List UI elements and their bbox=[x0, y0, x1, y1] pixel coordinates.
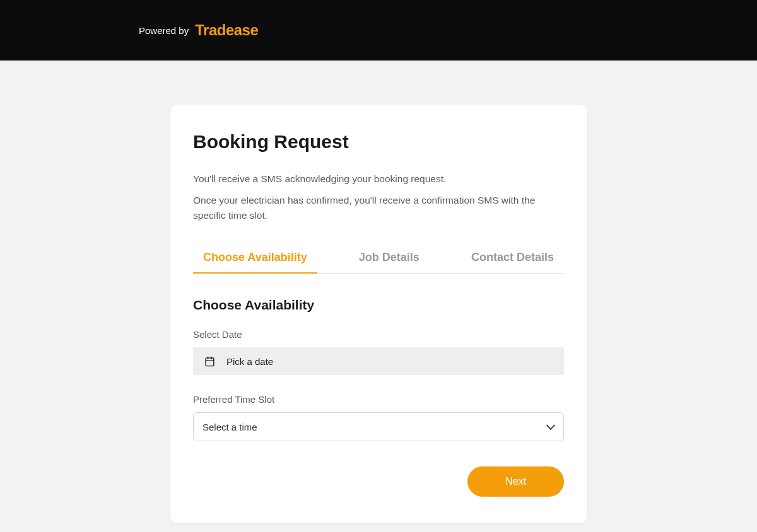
date-picker[interactable]: Pick a date bbox=[193, 347, 564, 375]
section-title: Choose Availability bbox=[193, 298, 564, 313]
intro-text-2: Once your electrician has confirmed, you… bbox=[193, 193, 564, 223]
time-select[interactable]: Select a time bbox=[193, 412, 564, 441]
tab-contact-details[interactable]: Contact Details bbox=[461, 242, 564, 273]
time-select-wrap: Select a time bbox=[193, 412, 564, 441]
calendar-icon bbox=[204, 356, 215, 367]
form-actions: Next bbox=[193, 466, 564, 497]
page-title: Booking Request bbox=[193, 131, 564, 153]
tab-choose-availability[interactable]: Choose Availability bbox=[193, 242, 317, 273]
booking-card: Booking Request You'll receive a SMS ack… bbox=[170, 105, 587, 523]
brand-logo: Tradease bbox=[195, 21, 258, 39]
date-field-label: Select Date bbox=[193, 329, 564, 340]
date-picker-placeholder: Pick a date bbox=[226, 356, 273, 367]
intro-text-1: You'll receive a SMS acknowledging your … bbox=[193, 171, 564, 187]
svg-rect-0 bbox=[206, 357, 214, 366]
app-header: Powered by Tradease bbox=[0, 0, 757, 61]
powered-by-label: Powered by bbox=[139, 25, 189, 36]
time-field-label: Preferred Time Slot bbox=[193, 394, 564, 405]
page-body: Booking Request You'll receive a SMS ack… bbox=[0, 61, 757, 523]
step-tabs: Choose Availability Job Details Contact … bbox=[193, 242, 564, 274]
next-button[interactable]: Next bbox=[467, 466, 564, 497]
tab-job-details[interactable]: Job Details bbox=[349, 242, 430, 273]
